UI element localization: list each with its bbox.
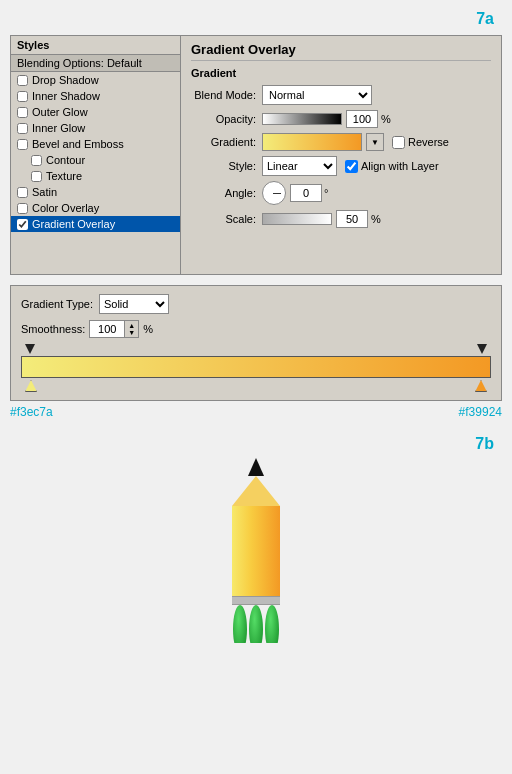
blending-options-item[interactable]: Blending Options: Default (11, 55, 180, 72)
right-color-label[interactable]: #f39924 (459, 405, 502, 419)
drop-shadow-label: Drop Shadow (32, 74, 99, 86)
bevel-emboss-label: Bevel and Emboss (32, 138, 124, 150)
align-option[interactable]: Align with Layer (345, 160, 439, 173)
gradient-bar[interactable] (21, 356, 491, 378)
section-title: Gradient (191, 67, 491, 79)
pencil-tip (248, 458, 264, 476)
degree-symbol: ° (324, 187, 328, 199)
outer-glow-checkbox[interactable] (17, 107, 28, 118)
bottom-stop-left[interactable] (25, 380, 37, 392)
grip-bump-2 (249, 605, 263, 643)
reverse-checkbox[interactable] (392, 136, 405, 149)
bottom-stop-right[interactable] (475, 380, 487, 392)
left-color-label[interactable]: #f3ec7a (10, 405, 53, 419)
style-item-texture[interactable]: Texture (11, 168, 180, 184)
style-label: Style: (191, 160, 256, 172)
angle-label: Angle: (191, 187, 256, 199)
inner-shadow-label: Inner Shadow (32, 90, 100, 102)
scale-percent: % (371, 213, 381, 225)
pencil (226, 458, 286, 643)
gradient-editor-panel: Gradient Type: Solid Smoothness: ▲▼ % (10, 285, 502, 401)
opacity-slider[interactable] (262, 113, 342, 125)
gradient-type-label: Gradient Type: (21, 298, 93, 310)
gradient-row: Gradient: ▼ Reverse (191, 133, 491, 151)
color-overlay-checkbox[interactable] (17, 203, 28, 214)
gradient-overlay-settings: Gradient Overlay Gradient Blend Mode: No… (181, 36, 501, 274)
section-label-7b: 7b (0, 435, 494, 453)
bevel-emboss-checkbox[interactable] (17, 139, 28, 150)
style-select[interactable]: Linear (262, 156, 337, 176)
pencil-wood-top (232, 476, 280, 506)
smoothness-row: Smoothness: ▲▼ % (21, 320, 491, 338)
style-item-bevel-emboss[interactable]: Bevel and Emboss (11, 136, 180, 152)
scale-slider[interactable] (262, 213, 332, 225)
texture-label: Texture (46, 170, 82, 182)
gradient-label: Gradient: (191, 136, 256, 148)
angle-input[interactable] (290, 184, 322, 202)
gradient-type-row: Gradient Type: Solid (21, 294, 491, 314)
pencil-body (232, 506, 280, 596)
gradient-overlay-label: Gradient Overlay (32, 218, 115, 230)
angle-dial[interactable] (262, 181, 286, 205)
blend-mode-row: Blend Mode: Normal (191, 85, 491, 105)
top-stops (21, 344, 491, 354)
smoothness-input[interactable] (89, 320, 125, 338)
top-stop-right[interactable] (477, 344, 487, 354)
style-item-satin[interactable]: Satin (11, 184, 180, 200)
pencil-illustration (0, 463, 512, 643)
blend-mode-select[interactable]: Normal (262, 85, 372, 105)
color-overlay-label: Color Overlay (32, 202, 99, 214)
layer-style-dialog: Styles Blending Options: Default Drop Sh… (10, 35, 502, 275)
top-stop-left[interactable] (25, 344, 35, 354)
style-item-outer-glow[interactable]: Outer Glow (11, 104, 180, 120)
inner-glow-checkbox[interactable] (17, 123, 28, 134)
texture-checkbox[interactable] (31, 171, 42, 182)
style-item-gradient-overlay[interactable]: Gradient Overlay (11, 216, 180, 232)
grip-bump-3 (265, 605, 279, 643)
angle-indicator (273, 193, 281, 194)
opacity-percent: % (381, 113, 391, 125)
style-row: Style: Linear Align with Layer (191, 156, 491, 176)
opacity-row: Opacity: % (191, 110, 491, 128)
opacity-input[interactable] (346, 110, 378, 128)
align-label: Align with Layer (361, 160, 439, 172)
align-checkbox[interactable] (345, 160, 358, 173)
smoothness-percent: % (143, 323, 153, 335)
gradient-bar-container (21, 344, 491, 392)
color-labels: #f3ec7a #f39924 (10, 405, 502, 419)
inner-glow-label: Inner Glow (32, 122, 85, 134)
inner-shadow-checkbox[interactable] (17, 91, 28, 102)
gradient-overlay-checkbox[interactable] (17, 219, 28, 230)
style-item-inner-glow[interactable]: Inner Glow (11, 120, 180, 136)
opacity-label: Opacity: (191, 113, 256, 125)
styles-panel: Styles Blending Options: Default Drop Sh… (11, 36, 181, 274)
blend-mode-label: Blend Mode: (191, 89, 256, 101)
angle-row: Angle: ° (191, 181, 491, 205)
gradient-type-select[interactable]: Solid (99, 294, 169, 314)
style-item-drop-shadow[interactable]: Drop Shadow (11, 72, 180, 88)
style-item-inner-shadow[interactable]: Inner Shadow (11, 88, 180, 104)
reverse-option[interactable]: Reverse (392, 136, 449, 149)
smoothness-label: Smoothness: (21, 323, 85, 335)
drop-shadow-checkbox[interactable] (17, 75, 28, 86)
style-item-color-overlay[interactable]: Color Overlay (11, 200, 180, 216)
outer-glow-label: Outer Glow (32, 106, 88, 118)
reverse-label: Reverse (408, 136, 449, 148)
pencil-band (232, 596, 280, 605)
satin-checkbox[interactable] (17, 187, 28, 198)
contour-label: Contour (46, 154, 85, 166)
style-item-contour[interactable]: Contour (11, 152, 180, 168)
section-label-7a: 7a (476, 10, 494, 28)
scale-label: Scale: (191, 213, 256, 225)
grip-bump-1 (233, 605, 247, 643)
bottom-stops (21, 380, 491, 392)
scale-input[interactable] (336, 210, 368, 228)
scale-row: Scale: % (191, 210, 491, 228)
gradient-arrow-button[interactable]: ▼ (366, 133, 384, 151)
gradient-preview[interactable] (262, 133, 362, 151)
smoothness-stepper[interactable]: ▲▼ (125, 320, 139, 338)
panel-title: Gradient Overlay (191, 42, 491, 61)
contour-checkbox[interactable] (31, 155, 42, 166)
satin-label: Satin (32, 186, 57, 198)
styles-panel-title: Styles (11, 36, 180, 55)
